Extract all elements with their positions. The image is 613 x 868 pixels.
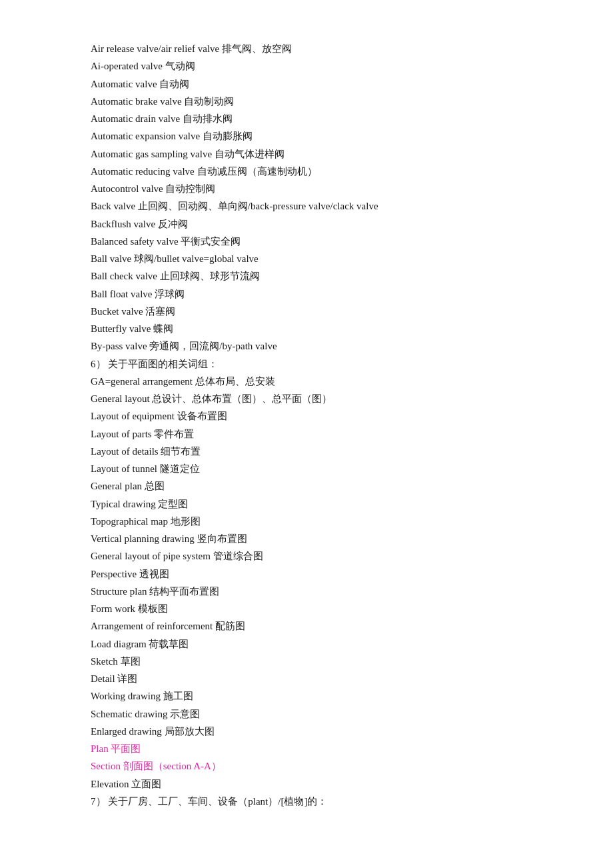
content-line-line40: Enlarged drawing 局部放大图: [91, 723, 522, 740]
content-line-line13: Ball valve 球阀/bullet valve=global valve: [91, 250, 522, 267]
content-line-line14: Ball check valve 止回球阀、球形节流阀: [91, 267, 522, 285]
content-line-line7: Automatic gas sampling valve 自动气体进样阀: [91, 145, 522, 163]
content-line-line25: Layout of tunnel 隧道定位: [91, 460, 522, 477]
content-line-line19: 6） 关于平面图的相关词组：: [91, 355, 522, 373]
content-line-line20: GA=general arrangement 总体布局、总安装: [91, 373, 522, 390]
content-line-line35: Load diagram 荷载草图: [91, 635, 522, 653]
content-line-line3: Automatic valve 自动阀: [91, 75, 522, 93]
content-line-line29: Vertical planning drawing 竖向布置图: [91, 530, 522, 547]
content-line-line2: Ai-operated valve 气动阀: [91, 57, 522, 75]
content-line-line34: Arrangement of reinforcement 配筋图: [91, 617, 522, 635]
content-line-line27: Typical drawing 定型图: [91, 495, 522, 513]
content-line-line24: Layout of details 细节布置: [91, 443, 522, 460]
main-content: Air release valve/air relief valve 排气阀、放…: [91, 40, 522, 810]
content-line-line10: Back valve 止回阀、回动阀、单向阀/back-pressure val…: [91, 197, 522, 215]
content-line-line22: Layout of equipment 设备布置图: [91, 407, 522, 425]
content-line-line38: Working drawing 施工图: [91, 687, 522, 705]
content-line-line31: Perspective 透视图: [91, 565, 522, 583]
content-line-line15: Ball float valve 浮球阀: [91, 285, 522, 303]
content-line-line17: Butterfly valve 蝶阀: [91, 320, 522, 337]
content-line-line44: 7） 关于厂房、工厂、车间、设备（plant）/[植物]的：: [91, 793, 522, 810]
content-line-line37: Detail 详图: [91, 670, 522, 687]
content-line-line18: By-pass valve 旁通阀，回流阀/by-path valve: [91, 337, 522, 355]
content-line-line36: Sketch 草图: [91, 653, 522, 670]
content-line-line21: General layout 总设计、总体布置（图）、总平面（图）: [91, 390, 522, 407]
content-line-line28: Topographical map 地形图: [91, 513, 522, 530]
content-line-line23: Layout of parts 零件布置: [91, 425, 522, 443]
content-line-line11: Backflush valve 反冲阀: [91, 215, 522, 233]
content-line-line9: Autocontrol valve 自动控制阀: [91, 180, 522, 197]
content-line-line6: Automatic expansion valve 自动膨胀阀: [91, 127, 522, 145]
content-line-line8: Automatic reducing valve 自动减压阀（高速制动机）: [91, 163, 522, 180]
content-line-line4: Automatic brake valve 自动制动阀: [91, 93, 522, 110]
content-line-line32: Structure plan 结构平面布置图: [91, 583, 522, 600]
content-line-line39: Schematic drawing 示意图: [91, 705, 522, 723]
content-line-line33: Form work 模板图: [91, 600, 522, 617]
content-line-line16: Bucket valve 活塞阀: [91, 303, 522, 320]
content-line-line26: General plan 总图: [91, 477, 522, 495]
content-line-line5: Automatic drain valve 自动排水阀: [91, 110, 522, 127]
content-line-line41: Plan 平面图: [91, 740, 522, 757]
content-line-line12: Balanced safety valve 平衡式安全阀: [91, 233, 522, 250]
content-line-line1: Air release valve/air relief valve 排气阀、放…: [91, 40, 522, 57]
content-line-line43: Elevation 立面图: [91, 775, 522, 793]
content-line-line30: General layout of pipe system 管道综合图: [91, 547, 522, 565]
content-line-line42: Section 剖面图（section A-A）: [91, 757, 522, 775]
